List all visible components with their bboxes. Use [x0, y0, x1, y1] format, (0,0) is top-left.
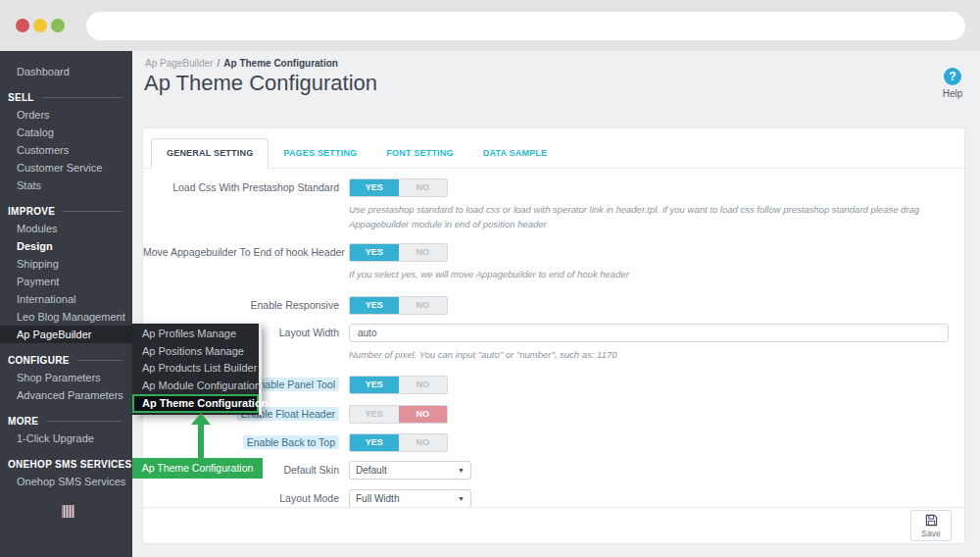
submenu-item-ap-products-list-builder[interactable]: Ap Products List Builder	[132, 360, 259, 378]
submenu-item-ap-positions-manage[interactable]: Ap Positions Manage	[132, 343, 259, 361]
sidebar-item-modules[interactable]: Modules	[0, 220, 132, 237]
field-move-appagebuilder: Move Appagebuilder To End of hook Header…	[143, 243, 950, 281]
annotation-callout: Ap Theme Configuration	[132, 458, 263, 479]
sidebar-section-sell: SELL	[0, 90, 132, 104]
layout-mode-select[interactable]: Full Width ▼	[349, 489, 471, 508]
save-button-label: Save	[921, 529, 940, 538]
field-enable-back-to-top: Enable Back to Top YES NO	[143, 433, 950, 452]
sidebar-item-advanced-parameters[interactable]: Advanced Parameters	[0, 386, 132, 404]
sidebar-item-international[interactable]: International	[0, 290, 132, 308]
move-appagebuilder-no-button[interactable]: NO	[399, 244, 448, 261]
dropdown-arrow-icon: ▼	[458, 495, 465, 502]
tab-pages-setting[interactable]: PAGES SETTING	[269, 139, 371, 168]
enable-float-header-toggle[interactable]: YES NO	[349, 405, 448, 424]
enable-panel-tool-toggle[interactable]: YES NO	[349, 376, 448, 394]
sidebar-section-more: MORE	[0, 414, 132, 428]
window-minimize-button[interactable]	[33, 19, 47, 32]
load-css-toggle[interactable]: YES NO	[349, 178, 448, 197]
collapse-menu-icon[interactable]	[62, 505, 74, 518]
enable-float-header-no-button[interactable]: NO	[399, 406, 448, 423]
tab-general-setting[interactable]: GENERAL SETTING	[151, 138, 269, 169]
sidebar-item-customers[interactable]: Customers	[0, 141, 132, 159]
sidebar-item-ap-pagebuilder[interactable]: Ap PageBuilder	[0, 326, 132, 343]
sidebar-section-more-label: MORE	[8, 416, 38, 427]
save-button[interactable]: Save	[910, 510, 952, 541]
submenu-item-ap-module-configuration[interactable]: Ap Module Configuration	[132, 378, 259, 395]
layout-width-input[interactable]: auto	[349, 324, 949, 342]
section-divider	[42, 97, 122, 98]
sidebar-item-customer-service[interactable]: Customer Service	[0, 159, 132, 177]
enable-responsive-label: Enable Responsive	[143, 296, 349, 315]
section-divider	[46, 421, 122, 422]
move-appagebuilder-helper: If you select yes, we will move Appagebu…	[349, 267, 950, 281]
submenu-item-ap-theme-configuration[interactable]: Ap Theme Configuration	[132, 394, 259, 413]
tab-font-setting[interactable]: FONT SETTING	[371, 139, 467, 168]
submenu-item-ap-profiles-manage[interactable]: Ap Profiles Manage	[132, 326, 259, 343]
load-css-label: Load Css With Prestashop Standard	[143, 178, 349, 231]
window-zoom-button[interactable]	[51, 19, 65, 32]
general-setting-form: Load Css With Prestashop Standard YES NO…	[143, 169, 964, 508]
sidebar-section-onehop: ONEHOP SMS SERVICES	[0, 457, 132, 471]
tab-data-sample[interactable]: DATA SAMPLE	[468, 139, 563, 168]
breadcrumb: Ap PageBuilder/Ap Theme Configuration	[145, 58, 338, 69]
sidebar-item-design[interactable]: Design	[0, 237, 132, 255]
load-css-yes-button[interactable]: YES	[350, 179, 399, 196]
enable-back-to-top-label-text: Enable Back to Top	[243, 435, 339, 449]
move-appagebuilder-yes-button[interactable]: YES	[350, 244, 399, 261]
sidebar-item-leo-blog-management[interactable]: Leo Blog Management	[0, 308, 132, 326]
sidebar-item-shipping[interactable]: Shipping	[0, 255, 132, 273]
sidebar-item-catalog[interactable]: Catalog	[0, 124, 132, 141]
enable-back-to-top-yes-button[interactable]: YES	[350, 434, 399, 451]
enable-back-to-top-no-button[interactable]: NO	[399, 434, 448, 451]
move-appagebuilder-toggle[interactable]: YES NO	[349, 243, 448, 262]
sidebar-section-improve: IMPROVE	[0, 204, 132, 218]
breadcrumb-parent[interactable]: Ap PageBuilder	[145, 58, 214, 69]
dropdown-arrow-icon: ▼	[458, 467, 465, 474]
layout-mode-value: Full Width	[356, 493, 399, 504]
annotation-arrow-line	[198, 424, 204, 458]
tab-bar: GENERAL SETTING PAGES SETTING FONT SETTI…	[143, 128, 964, 169]
enable-back-to-top-label: Enable Back to Top	[143, 433, 349, 452]
sidebar-item-onehop-sms-services[interactable]: Onehop SMS Services	[0, 473, 132, 490]
sidebar-section-configure: CONFIGURE	[0, 353, 132, 367]
enable-panel-tool-label-text: Enable Panel Tool	[249, 378, 339, 391]
enable-back-to-top-toggle[interactable]: YES NO	[349, 433, 448, 452]
address-bar[interactable]	[86, 12, 965, 40]
enable-responsive-yes-button[interactable]: YES	[350, 297, 399, 314]
layout-mode-label: Layout Mode	[143, 489, 349, 508]
layout-width-helper: Number of pixel. You can input "auto" or…	[349, 347, 950, 362]
help-button[interactable]: ? Help	[933, 67, 972, 99]
enable-responsive-no-button[interactable]: NO	[399, 297, 448, 314]
move-appagebuilder-label: Move Appagebuilder To End of hook Header	[143, 243, 349, 281]
enable-float-header-yes-button[interactable]: YES	[350, 406, 399, 423]
section-divider	[77, 360, 122, 361]
sidebar-item-stats[interactable]: Stats	[0, 177, 132, 194]
window-close-button[interactable]	[16, 19, 29, 32]
default-skin-value: Default	[356, 465, 387, 476]
breadcrumb-separator: /	[218, 58, 220, 69]
sidebar-item-shop-parameters[interactable]: Shop Parameters	[0, 369, 132, 386]
sidebar-section-configure-label: CONFIGURE	[8, 355, 70, 366]
field-layout-width: Layout Width auto Number of pixel. You c…	[143, 324, 950, 362]
ap-pagebuilder-submenu: Ap Profiles Manage Ap Positions Manage A…	[132, 324, 262, 415]
sidebar-section-onehop-label: ONEHOP SMS SERVICES	[8, 459, 131, 470]
breadcrumb-current: Ap Theme Configuration	[223, 58, 338, 69]
sidebar-item-orders[interactable]: Orders	[0, 106, 132, 124]
enable-panel-tool-no-button[interactable]: NO	[399, 377, 448, 393]
help-label: Help	[933, 88, 972, 99]
default-skin-select[interactable]: Default ▼	[349, 461, 471, 480]
field-enable-responsive: Enable Responsive YES NO	[143, 296, 950, 315]
enable-panel-tool-yes-button[interactable]: YES	[350, 377, 399, 393]
sidebar-item-dashboard[interactable]: Dashboard	[0, 63, 132, 80]
sidebar-item-1-click-upgrade[interactable]: 1-Click Upgrade	[0, 430, 132, 447]
load-css-helper: Use prestashop standard to load css or l…	[349, 202, 950, 231]
load-css-no-button[interactable]: NO	[399, 179, 448, 196]
enable-responsive-toggle[interactable]: YES NO	[349, 296, 448, 315]
save-floppy-icon	[924, 513, 939, 528]
browser-chrome	[0, 0, 980, 51]
help-question-icon[interactable]: ?	[944, 68, 961, 85]
settings-panel: GENERAL SETTING PAGES SETTING FONT SETTI…	[142, 127, 965, 544]
section-divider	[63, 211, 122, 212]
sidebar-item-payment[interactable]: Payment	[0, 273, 132, 290]
page-title: Ap Theme Configuration	[144, 71, 377, 96]
